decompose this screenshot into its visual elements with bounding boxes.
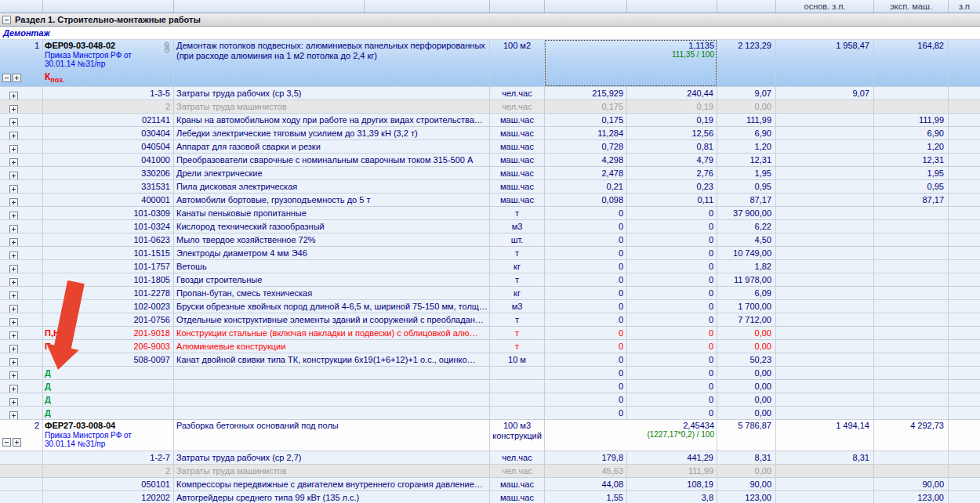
- qty-per-unit-cell[interactable]: 2,478: [545, 167, 627, 179]
- qty-per-unit-cell[interactable]: 0: [545, 407, 627, 419]
- expand-icon[interactable]: [9, 238, 18, 246]
- unit-cell[interactable]: чел.час: [490, 465, 545, 477]
- expand-icon[interactable]: [9, 345, 18, 353]
- zp-cell[interactable]: [949, 127, 980, 139]
- code-cell[interactable]: 041000: [43, 154, 174, 166]
- zp-cell[interactable]: [949, 114, 980, 126]
- qty-total-cell[interactable]: 0: [627, 247, 717, 259]
- expand-cell[interactable]: [0, 340, 43, 353]
- header-cell-osn-zp[interactable]: основ. з.п.: [776, 0, 874, 13]
- unit-cell[interactable]: т: [490, 273, 545, 286]
- osn-zp-cell[interactable]: [776, 180, 874, 193]
- expand-cell[interactable]: [0, 247, 43, 259]
- zp-cell[interactable]: [949, 451, 980, 464]
- qty-total-cell[interactable]: 0,19: [627, 114, 717, 126]
- eksp-mash-cell[interactable]: [874, 380, 949, 393]
- header-cell-description-b[interactable]: [365, 0, 490, 13]
- expand-cell[interactable]: [0, 407, 43, 419]
- eksp-mash-cell[interactable]: [874, 300, 949, 313]
- code-cell[interactable]: ФЕР09-03-048-02Приказ Минстроя РФ от 30.…: [43, 40, 174, 86]
- expand-icon[interactable]: [9, 105, 18, 113]
- osn-zp-cell[interactable]: [776, 260, 874, 273]
- unit-cell[interactable]: м3: [490, 220, 545, 233]
- section-collapse-icon[interactable]: [2, 16, 11, 24]
- zp-cell[interactable]: [949, 407, 980, 419]
- osn-zp-cell[interactable]: [776, 273, 874, 286]
- expand-icon[interactable]: [9, 252, 18, 259]
- qty-total-cell[interactable]: 0: [627, 220, 717, 233]
- code-cell[interactable]: 040504: [43, 140, 174, 153]
- qty-per-unit-cell[interactable]: 4,298: [545, 154, 627, 166]
- header-cell-code[interactable]: [43, 0, 174, 13]
- expand-icon[interactable]: [9, 185, 18, 193]
- price-cell[interactable]: 6,22: [717, 220, 776, 233]
- eksp-mash-cell[interactable]: [874, 207, 949, 219]
- osn-zp-cell[interactable]: [776, 194, 874, 206]
- qty-total-cell[interactable]: 0: [627, 353, 717, 366]
- qty-total-cell[interactable]: 3,8: [627, 491, 717, 503]
- expand-cell[interactable]: [0, 465, 43, 477]
- qty-per-unit-cell[interactable]: 11,284: [545, 127, 627, 139]
- expand-icon[interactable]: [9, 411, 18, 419]
- expand-icon[interactable]: [13, 438, 21, 447]
- code-cell[interactable]: 2: [43, 465, 174, 477]
- zp-cell[interactable]: [949, 247, 980, 259]
- unit-cell[interactable]: маш.час: [490, 180, 545, 193]
- qty-total-cell[interactable]: 111,99: [627, 465, 717, 477]
- qty-per-unit-cell[interactable]: 0,728: [545, 140, 627, 153]
- expand-icon[interactable]: [9, 118, 18, 126]
- expand-icon[interactable]: [9, 291, 18, 299]
- description-cell[interactable]: Ветошь: [174, 260, 490, 273]
- code-cell[interactable]: 400001: [43, 194, 174, 206]
- zp-cell[interactable]: [949, 327, 980, 339]
- unit-cell[interactable]: [490, 367, 545, 379]
- price-cell[interactable]: 87,17: [717, 194, 776, 206]
- unit-cell[interactable]: 10 м: [490, 353, 545, 366]
- header-cell-zp[interactable]: з.п: [949, 0, 980, 13]
- eksp-mash-cell[interactable]: [874, 220, 949, 233]
- unit-cell[interactable]: кг: [490, 260, 545, 273]
- expand-icon[interactable]: [9, 331, 18, 339]
- code-cell[interactable]: 101-1805: [43, 273, 174, 286]
- osn-zp-cell[interactable]: [776, 340, 874, 353]
- expand-cell[interactable]: [0, 327, 43, 339]
- description-cell[interactable]: Алюминиевые конструкции: [174, 340, 490, 353]
- unit-cell[interactable]: маш.час: [490, 154, 545, 166]
- code-cell[interactable]: 120202: [43, 491, 174, 503]
- price-cell[interactable]: 0,95: [717, 180, 776, 193]
- zp-cell[interactable]: [949, 220, 980, 233]
- code-cell[interactable]: Д: [43, 367, 174, 379]
- eksp-mash-cell[interactable]: [874, 273, 949, 286]
- code-cell[interactable]: 101-2278: [43, 287, 174, 299]
- price-cell[interactable]: 1,20: [717, 140, 776, 153]
- expand-icon[interactable]: [9, 172, 18, 179]
- osn-zp-cell[interactable]: 1 958,47: [776, 40, 874, 86]
- eksp-mash-cell[interactable]: [874, 247, 949, 259]
- qty-per-unit-cell[interactable]: 0: [545, 327, 627, 339]
- qty-per-unit-cell[interactable]: 0: [545, 300, 627, 313]
- eksp-mash-cell[interactable]: 0,95: [874, 180, 949, 193]
- osn-zp-cell[interactable]: [776, 327, 874, 339]
- section-header-row[interactable]: Раздел 1. Строительно-монтажные работы: [0, 13, 980, 27]
- qty-total-cell[interactable]: 12,56: [627, 127, 717, 139]
- price-cell[interactable]: 4,50: [717, 233, 776, 246]
- unit-cell[interactable]: маш.час: [490, 167, 545, 179]
- qty-total-cell[interactable]: 0: [627, 300, 717, 313]
- qty-total-cell[interactable]: 0,81: [627, 140, 717, 153]
- eksp-mash-cell[interactable]: [874, 393, 949, 406]
- unit-cell[interactable]: [490, 380, 545, 393]
- qty-per-unit-cell[interactable]: 45,63: [545, 465, 627, 477]
- collapse-icon[interactable]: [2, 74, 11, 82]
- expand-icon[interactable]: [9, 385, 18, 393]
- qty-per-unit-cell[interactable]: 0: [545, 380, 627, 393]
- unit-cell[interactable]: т: [490, 327, 545, 339]
- qty-total-cell[interactable]: 0: [627, 233, 717, 246]
- header-cell-icons[interactable]: [0, 0, 43, 13]
- unit-cell[interactable]: 100 м3 конструкций: [490, 420, 545, 451]
- description-cell[interactable]: Пила дисковая электрическая: [174, 180, 490, 193]
- description-cell[interactable]: [174, 393, 490, 406]
- price-cell[interactable]: 8,31: [717, 451, 776, 464]
- description-cell[interactable]: Краны на автомобильном ходу при работе н…: [174, 114, 490, 126]
- zp-cell[interactable]: [949, 233, 980, 246]
- eksp-mash-cell[interactable]: 111,99: [874, 114, 949, 126]
